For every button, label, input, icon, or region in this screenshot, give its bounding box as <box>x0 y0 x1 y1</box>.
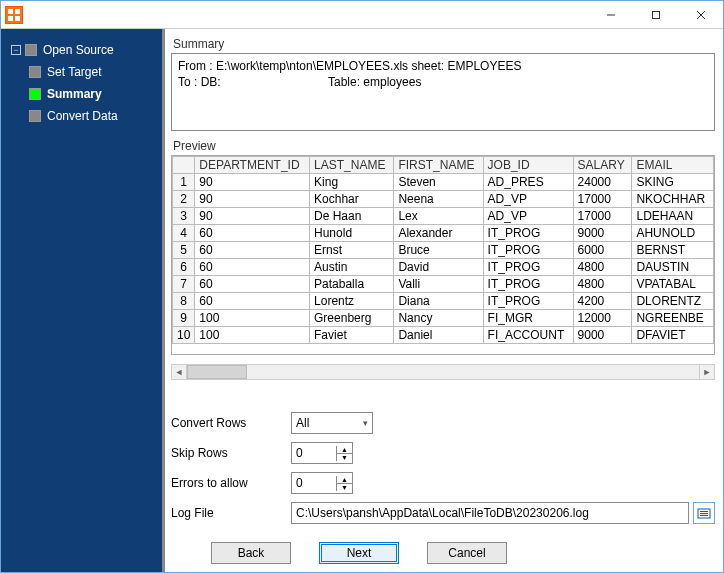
cell: 6000 <box>573 242 632 259</box>
summary-to-table: Table: employees <box>328 74 421 90</box>
cell: Lex <box>394 208 483 225</box>
cell: Neena <box>394 191 483 208</box>
svg-rect-2 <box>8 16 13 21</box>
cell: 4200 <box>573 293 632 310</box>
errors-spinner[interactable]: 0 ▲▼ <box>291 472 353 494</box>
spin-up-icon[interactable]: ▲ <box>337 446 352 454</box>
cell: Ernst <box>310 242 394 259</box>
spin-down-icon[interactable]: ▼ <box>337 484 352 491</box>
scroll-right-icon[interactable]: ► <box>699 364 715 380</box>
column-header[interactable]: DEPARTMENT_ID <box>195 157 310 174</box>
chevron-down-icon: ▾ <box>363 418 368 428</box>
row-number: 1 <box>173 174 195 191</box>
svg-rect-10 <box>700 513 708 514</box>
table-row[interactable]: 560ErnstBruceIT_PROG6000BERNST <box>173 242 714 259</box>
back-button[interactable]: Back <box>211 542 291 564</box>
horizontal-scrollbar[interactable]: ◄ ► <box>171 363 715 381</box>
cell: Valli <box>394 276 483 293</box>
table-row[interactable]: 660AustinDavidIT_PROG4800DAUSTIN <box>173 259 714 276</box>
step-box-icon <box>29 88 41 100</box>
row-number: 5 <box>173 242 195 259</box>
maximize-button[interactable] <box>633 1 678 29</box>
cell: SKING <box>632 174 714 191</box>
cell: IT_PROG <box>483 242 573 259</box>
cell: 4800 <box>573 259 632 276</box>
cell: 17000 <box>573 208 632 225</box>
cell: AD_PRES <box>483 174 573 191</box>
column-header[interactable]: SALARY <box>573 157 632 174</box>
row-number: 8 <box>173 293 195 310</box>
cell: 60 <box>195 225 310 242</box>
table-row[interactable]: 460HunoldAlexanderIT_PROG9000AHUNOLD <box>173 225 714 242</box>
row-number: 3 <box>173 208 195 225</box>
column-header[interactable]: JOB_ID <box>483 157 573 174</box>
sidebar-item-summary[interactable]: Summary <box>1 83 165 105</box>
column-header[interactable]: EMAIL <box>632 157 714 174</box>
table-row[interactable]: 9100GreenbergNancyFI_MGR12000NGREENBE <box>173 310 714 327</box>
spin-up-icon[interactable]: ▲ <box>337 476 352 484</box>
next-button[interactable]: Next <box>319 542 399 564</box>
logfile-input[interactable] <box>291 502 689 524</box>
cell: 90 <box>195 191 310 208</box>
cell: 24000 <box>573 174 632 191</box>
cell: De Haan <box>310 208 394 225</box>
skip-rows-value: 0 <box>296 446 336 460</box>
table-row[interactable]: 760PataballaValliIT_PROG4800VPATABAL <box>173 276 714 293</box>
table-row[interactable]: 290KochharNeenaAD_VP17000NKOCHHAR <box>173 191 714 208</box>
sidebar-item-set-target[interactable]: Set Target <box>1 61 165 83</box>
app-window: − Open Source Set Target Summary Convert… <box>0 0 724 573</box>
titlebar <box>1 1 723 29</box>
cell: Nancy <box>394 310 483 327</box>
cell: IT_PROG <box>483 259 573 276</box>
row-number: 6 <box>173 259 195 276</box>
cell: DFAVIET <box>632 327 714 344</box>
preview-grid[interactable]: DEPARTMENT_IDLAST_NAMEFIRST_NAMEJOB_IDSA… <box>171 155 715 355</box>
table-row[interactable]: 860LorentzDianaIT_PROG4200DLORENTZ <box>173 293 714 310</box>
main-panel: Summary From : E:\work\temp\nton\EMPLOYE… <box>165 29 723 572</box>
spin-down-icon[interactable]: ▼ <box>337 454 352 461</box>
browse-button[interactable] <box>693 502 715 524</box>
cell: 60 <box>195 242 310 259</box>
column-header[interactable]: FIRST_NAME <box>394 157 483 174</box>
sidebar-item-label: Set Target <box>47 65 101 79</box>
svg-rect-0 <box>8 9 13 14</box>
sidebar-item-convert-data[interactable]: Convert Data <box>1 105 165 127</box>
preview-title: Preview <box>173 139 715 153</box>
cell: IT_PROG <box>483 293 573 310</box>
scroll-thumb[interactable] <box>187 365 247 379</box>
step-box-icon <box>29 110 41 122</box>
cell: Diana <box>394 293 483 310</box>
scroll-track[interactable] <box>187 364 699 380</box>
table-row[interactable]: 390De HaanLexAD_VP17000LDEHAAN <box>173 208 714 225</box>
cell: AHUNOLD <box>632 225 714 242</box>
sidebar-item-open-source[interactable]: − Open Source <box>1 39 165 61</box>
cell: 9000 <box>573 225 632 242</box>
cell: 9000 <box>573 327 632 344</box>
minimize-button[interactable] <box>588 1 633 29</box>
svg-rect-1 <box>15 9 20 14</box>
summary-from-line: From : E:\work\temp\nton\EMPLOYEES.xls s… <box>178 58 708 74</box>
row-number: 10 <box>173 327 195 344</box>
scroll-left-icon[interactable]: ◄ <box>171 364 187 380</box>
close-button[interactable] <box>678 1 723 29</box>
column-header[interactable]: LAST_NAME <box>310 157 394 174</box>
convert-rows-label: Convert Rows <box>171 416 291 430</box>
table-row[interactable]: 10100FavietDanielFI_ACCOUNT9000DFAVIET <box>173 327 714 344</box>
row-number: 2 <box>173 191 195 208</box>
skip-rows-label: Skip Rows <box>171 446 291 460</box>
folder-icon <box>697 506 711 520</box>
cell: IT_PROG <box>483 276 573 293</box>
cancel-button[interactable]: Cancel <box>427 542 507 564</box>
sidebar-item-label: Summary <box>47 87 102 101</box>
cell: DLORENTZ <box>632 293 714 310</box>
cell: David <box>394 259 483 276</box>
expand-icon: − <box>11 45 21 55</box>
summary-title: Summary <box>173 37 715 51</box>
cell: DAUSTIN <box>632 259 714 276</box>
svg-rect-5 <box>652 11 659 18</box>
errors-value: 0 <box>296 476 336 490</box>
summary-to-db: To : DB: <box>178 74 328 90</box>
skip-rows-spinner[interactable]: 0 ▲▼ <box>291 442 353 464</box>
table-row[interactable]: 190KingStevenAD_PRES24000SKING <box>173 174 714 191</box>
convert-rows-select[interactable]: All ▾ <box>291 412 373 434</box>
